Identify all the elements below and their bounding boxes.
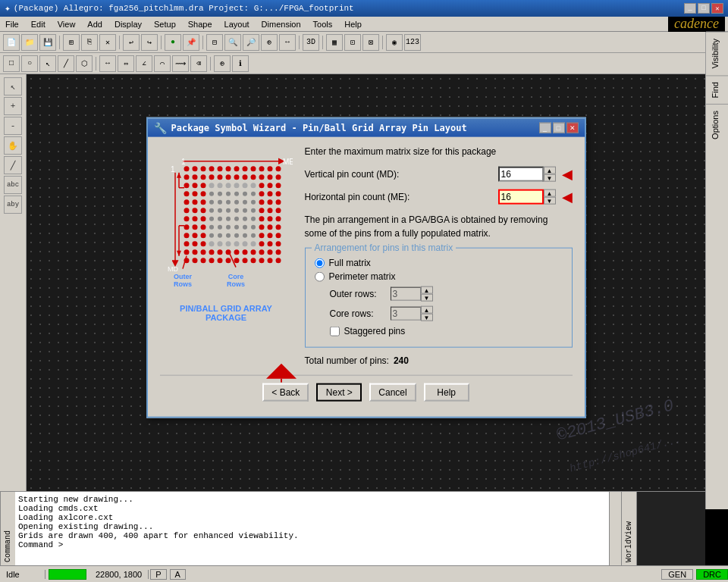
vertical-pin-down[interactable]: ▼: [544, 174, 556, 182]
tb-redo[interactable]: ↪: [141, 34, 158, 51]
back-button[interactable]: < Back: [262, 383, 309, 402]
tb-zoom-out[interactable]: 🔎: [243, 34, 259, 51]
help-button[interactable]: Help: [424, 383, 469, 402]
status-a-indicator: A: [170, 569, 186, 580]
svg-point-95: [251, 233, 256, 238]
menu-help[interactable]: Help: [342, 19, 364, 30]
svg-point-143: [225, 258, 231, 263]
tb-zoom-fit[interactable]: ⊟: [206, 34, 223, 51]
tb-undo[interactable]: ↩: [123, 34, 140, 51]
tb2-arc[interactable]: ⌒: [154, 55, 171, 72]
total-pins-label: Total number of pins:: [305, 355, 389, 366]
lt-select[interactable]: ↖: [4, 77, 22, 95]
tb-pin[interactable]: 📌: [183, 34, 199, 51]
dialog-window-controls[interactable]: _ □ ✕: [539, 123, 579, 133]
tb2-angle[interactable]: ∠: [136, 55, 152, 72]
dialog-minimize[interactable]: _: [539, 123, 551, 133]
core-rows-input[interactable]: [391, 307, 421, 321]
svg-point-70: [243, 200, 247, 205]
lt-line[interactable]: ╱: [4, 156, 22, 174]
tb2-rect[interactable]: □: [3, 55, 20, 72]
tb-save[interactable]: 💾: [39, 34, 56, 51]
menu-shape[interactable]: Shape: [186, 19, 215, 30]
perimeter-matrix-radio[interactable]: [315, 271, 325, 281]
menu-setup[interactable]: Setup: [152, 19, 178, 30]
tb2-circle[interactable]: ○: [21, 55, 38, 72]
tb-drc[interactable]: ◉: [386, 34, 403, 51]
vertical-pin-input[interactable]: [498, 167, 544, 182]
full-matrix-label: Full matrix: [329, 258, 371, 268]
lt-zoom-in[interactable]: +: [4, 97, 22, 115]
command-scrollbar[interactable]: [609, 492, 621, 565]
tb-new[interactable]: 📄: [3, 34, 20, 51]
menu-view[interactable]: View: [55, 19, 78, 30]
close-button[interactable]: ✕: [711, 3, 723, 14]
maximize-button[interactable]: □: [698, 3, 710, 14]
tb-zoom-area[interactable]: ⊕: [261, 34, 278, 51]
svg-marker-155: [177, 251, 181, 256]
right-panel: Visibility Find Options: [705, 32, 728, 509]
horizontal-pin-up[interactable]: ▲: [544, 189, 556, 197]
tb-route[interactable]: ⊠: [362, 34, 379, 51]
tb-check[interactable]: ●: [165, 34, 181, 51]
staggered-checkbox[interactable]: [330, 326, 340, 336]
outer-rows-up[interactable]: ▲: [421, 286, 433, 294]
menu-dimension[interactable]: Dimension: [259, 19, 303, 30]
window-controls[interactable]: _ □ ✕: [684, 3, 723, 14]
menu-edit[interactable]: Edit: [29, 19, 48, 30]
menu-file[interactable]: File: [3, 19, 21, 30]
tb2-poly[interactable]: ⬡: [76, 55, 93, 72]
vertical-pin-up[interactable]: ▲: [544, 167, 556, 174]
tb2-path[interactable]: ⟿: [172, 55, 189, 72]
outer-rows-input[interactable]: [391, 287, 421, 301]
lt-text[interactable]: abc: [4, 176, 22, 194]
tb-mirror[interactable]: ⊡: [344, 34, 361, 51]
svg-point-125: [275, 241, 281, 246]
full-matrix-radio[interactable]: [315, 258, 325, 268]
next-button[interactable]: Next >: [316, 383, 362, 402]
core-rows-down[interactable]: ▼: [421, 314, 433, 321]
visibility-tab[interactable]: Visibility: [706, 32, 728, 75]
status-bar: Idle 22800, 1800 P A GEN DRC: [0, 565, 728, 582]
core-rows-up[interactable]: ▲: [421, 306, 433, 314]
tb2-info[interactable]: ℹ: [232, 55, 249, 72]
lt-zoom-out[interactable]: -: [4, 117, 22, 135]
horizontal-pin-input[interactable]: [498, 189, 544, 205]
tb-num[interactable]: 123: [404, 34, 421, 51]
tb-zoom-in[interactable]: 🔍: [224, 34, 241, 51]
menu-layout[interactable]: Layout: [222, 19, 252, 30]
menu-display[interactable]: Display: [112, 19, 144, 30]
dialog-maximize[interactable]: □: [553, 123, 565, 133]
svg-point-85: [218, 225, 222, 230]
tb2-line[interactable]: ╱: [58, 55, 74, 72]
dialog-close[interactable]: ✕: [566, 123, 579, 133]
tb-open[interactable]: 📁: [21, 34, 38, 51]
tb-grid2[interactable]: ▦: [326, 34, 343, 51]
tb2-dim[interactable]: ⇔: [118, 55, 134, 72]
find-tab[interactable]: Find: [706, 75, 728, 104]
tb2-cursor[interactable]: ↖: [39, 55, 56, 72]
lt-text2[interactable]: aby: [4, 196, 22, 214]
tb-copy[interactable]: ⎘: [81, 34, 98, 51]
menu-add[interactable]: Add: [85, 19, 105, 30]
tb-grid[interactable]: ⊞: [63, 34, 80, 51]
menu-tools[interactable]: Tools: [311, 19, 335, 30]
tb-pan[interactable]: ↔: [279, 34, 296, 51]
horizontal-pin-spinner[interactable]: ▲ ▼: [544, 189, 556, 205]
tb-3d[interactable]: 3D: [303, 34, 319, 51]
vertical-pin-spinner[interactable]: ▲ ▼: [544, 167, 556, 182]
outer-rows-down[interactable]: ▼: [421, 294, 433, 302]
minimize-button[interactable]: _: [684, 3, 696, 14]
tb2-zoom-glass[interactable]: ⊕: [214, 55, 231, 72]
svg-point-52: [267, 199, 272, 205]
lt-pan[interactable]: ✋: [4, 136, 22, 155]
tb-delete[interactable]: ✕: [99, 34, 116, 51]
tb2-measure[interactable]: ↔: [99, 55, 116, 72]
tb2-eraser[interactable]: ⌫: [190, 55, 207, 72]
options-tab[interactable]: Options: [706, 104, 728, 146]
horizontal-pin-down[interactable]: ▼: [544, 197, 556, 205]
svg-point-133: [242, 249, 247, 255]
dialog-buttons: < Back Next > Cancel Help: [160, 375, 573, 408]
svg-point-27: [259, 174, 264, 180]
cancel-button[interactable]: Cancel: [369, 383, 416, 402]
